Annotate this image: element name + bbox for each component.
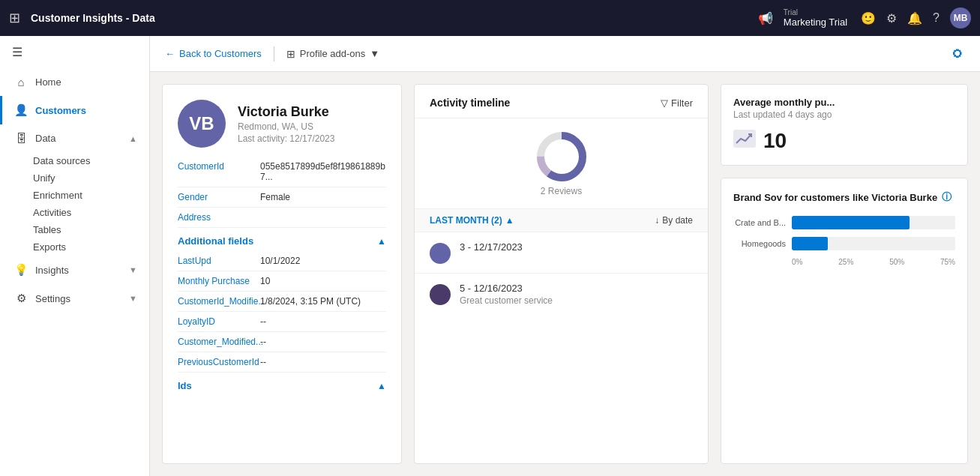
period-label[interactable]: LAST MONTH (2) ▲ [430,215,514,226]
sidebar-label-exports: Exports [33,241,66,253]
gear-icon[interactable]: ⚙ [886,11,897,25]
metric-card: Average monthly pu... Last updated 4 day… [721,84,968,166]
brand-card: Brand Sov for customers like Victoria Bu… [721,178,968,464]
field-label-customer-modified: Customer_Modified... [178,337,260,347]
sidebar-label-tables: Tables [33,224,61,235]
brand-chart: Crate and B... Homegoods 0 [733,216,955,266]
app-title: Customer Insights - Data [31,12,751,24]
topbar: ⊞ Customer Insights - Data 📢 Trial Marke… [0,0,980,36]
axis-label-2: 50% [889,258,904,266]
metric-updated: Last updated 4 days ago [733,109,955,120]
subheader: ← Back to Customers ⊞ Profile add-ons ▼ … [150,36,980,72]
ids-toggle-icon: ▲ [377,381,386,391]
topbar-icons: 📢 Trial Marketing Trial 🙂 ⚙ 🔔 ? MB [758,7,971,28]
sidebar-item-unify[interactable]: Unify [0,169,149,187]
sort-button[interactable]: ↓ By date [655,215,693,226]
filter-label: Filter [671,97,693,109]
customer-fields: CustomerId 055e8517899d5ef8f19861889b7..… [163,157,401,228]
field-row-loyaltyid: LoyaltyID -- [178,312,386,332]
field-row-address: Address [178,208,386,228]
customer-avatar: VB [178,100,226,148]
info-icon[interactable]: ⓘ [942,190,952,204]
sidebar-label-settings: Settings [35,293,121,304]
trial-info: Trial Marketing Trial [784,8,847,28]
sidebar-label-data-sources: Data sources [33,155,91,166]
field-value-previous-customerid: -- [260,357,386,367]
sidebar-item-data[interactable]: 🗄 Data ▲ [0,124,149,152]
additional-fields-section[interactable]: Additional fields ▲ [163,228,401,251]
activity-main-1: 5 - 12/16/2023 [460,283,693,294]
field-label-address: Address [178,212,260,223]
field-value-lastupd: 10/1/2022 [260,256,386,266]
smile-icon[interactable]: 🙂 [861,11,876,25]
help-icon[interactable]: ? [933,11,940,25]
back-label: Back to Customers [179,48,262,59]
sidebar-item-customers[interactable]: 👤 Customers [0,96,149,124]
bar-axis: 0% 25% 50% 75% [733,258,955,266]
brand-name-1: Homegoods [733,239,786,248]
sidebar-item-home[interactable]: ⌂ Home [0,68,149,96]
field-label-gender: Gender [178,192,260,202]
metric-title: Average monthly pu... [733,97,955,108]
back-to-customers-button[interactable]: ← Back to Customers [165,48,262,59]
field-label-lastupd: LastUpd [178,256,260,266]
brand-title-text: Brand Sov for customers like Victoria Bu… [733,192,937,203]
field-value-customer-modified: -- [260,337,386,347]
bell-icon[interactable]: 🔔 [907,11,922,25]
hamburger-icon[interactable]: ☰ [0,36,149,68]
sidebar-item-enrichment[interactable]: Enrichment [0,187,149,204]
sidebar: ☰ ⌂ Home 👤 Customers 🗄 Data ▲ Data sourc… [0,36,150,476]
field-value-loyaltyid: -- [260,316,386,327]
filter-button[interactable]: ▽ Filter [661,97,693,109]
activity-info-0: 3 - 12/17/2023 [460,241,693,253]
activity-item-0: 3 - 12/17/2023 [415,232,708,273]
trial-label: Trial [784,8,798,16]
activity-info-1: 5 - 12/16/2023 Great customer service [460,283,693,306]
metric-value-row: 10 [733,129,955,153]
field-label-loyaltyid: LoyaltyID [178,316,260,327]
sidebar-label-customers: Customers [35,105,137,116]
sidebar-item-tables[interactable]: Tables [0,221,149,238]
sidebar-item-exports[interactable]: Exports [0,238,149,256]
brand-title: Brand Sov for customers like Victoria Bu… [733,190,955,204]
field-row-previous-customerid: PreviousCustomerId -- [178,352,386,373]
field-label-monthly-purchase: Monthly Purchase [178,276,260,286]
activity-period-bar: LAST MONTH (2) ▲ ↓ By date [415,208,708,232]
ids-section[interactable]: Ids ▲ [163,373,401,396]
axis-label-0: 0% [792,258,802,266]
chevron-down-icon-addons: ▼ [370,48,379,59]
activity-donut-area: 2 Reviews [415,118,708,208]
field-row-customerid-modified: CustomerId_Modifie... 1/8/2024, 3:15 PM … [178,292,386,312]
grid-icon[interactable]: ⊞ [9,10,20,26]
insights-icon: 💡 [14,263,28,277]
chevron-up-icon-period: ▲ [505,215,514,226]
additional-fields-label: Additional fields [178,235,253,247]
ci-logo-icon: ⭘ [950,45,965,62]
user-avatar[interactable]: MB [950,7,971,28]
field-label-customerid: CustomerId [178,161,260,172]
profile-addons-button[interactable]: ⊞ Profile add-ons ▼ [286,48,379,60]
right-panel: Average monthly pu... Last updated 4 day… [721,84,968,464]
activity-card: Activity timeline ▽ Filter 2 Revi [414,84,709,464]
customer-card: VB Victoria Burke Redmond, WA, US Last a… [162,84,402,464]
field-row-customerid: CustomerId 055e8517899d5ef8f19861889b7..… [178,157,386,187]
metric-trend-icon [733,130,756,152]
announcement-icon[interactable]: 📢 [758,11,773,25]
bar-fill-1 [792,237,828,250]
field-label-customerid-modified: CustomerId_Modifie... [178,296,260,307]
sidebar-item-data-sources[interactable]: Data sources [0,152,149,169]
brand-bar-row-0: Crate and B... [733,216,955,229]
sidebar-item-activities[interactable]: Activities [0,204,149,221]
sidebar-item-insights[interactable]: 💡 Insights ▼ [0,256,149,284]
field-value-customerid-modified: 1/8/2024, 3:15 PM (UTC) [260,296,386,307]
chevron-down-icon-settings: ▼ [129,294,137,303]
bar-container-1 [792,237,955,250]
customer-last-activity: Last activity: 12/17/2023 [238,133,334,144]
customer-header: VB Victoria Burke Redmond, WA, US Last a… [163,85,401,157]
brand-bar-row-1: Homegoods [733,237,955,250]
activity-header: Activity timeline ▽ Filter [415,85,708,118]
home-icon: ⌂ [14,76,28,88]
sidebar-item-settings[interactable]: ⚙ Settings ▼ [0,284,149,313]
field-value-customerid: 055e8517899d5ef8f19861889b7... [260,161,386,182]
field-row-gender: Gender Female [178,187,386,208]
